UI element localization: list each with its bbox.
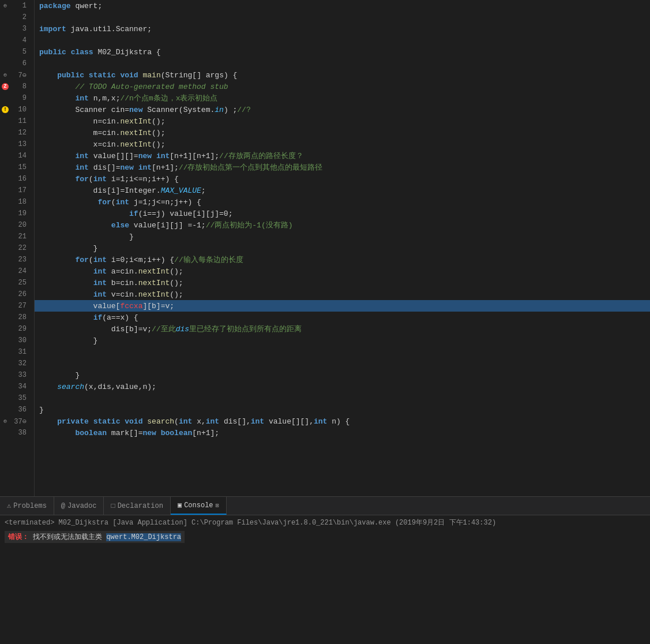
line-num-26: 26 — [10, 290, 31, 298]
code-line-34: search(x,dis,value,n); — [35, 381, 650, 392]
line-num-37: 37⊖ — [10, 417, 31, 426]
code-line-25: int b=cin.nextInt(); — [35, 277, 650, 289]
terminated-line: <terminated> M02_Dijkstra [Java Applicat… — [5, 518, 645, 527]
line-num-33: 33 — [10, 371, 31, 379]
line-num-9: 9 — [10, 94, 31, 102]
line-num-13: 13 — [10, 140, 31, 148]
line-num-7: 7⊖ — [10, 71, 31, 80]
fold-icon-1[interactable]: ⊕ — [3, 2, 7, 9]
error-highlight: qwert.M02_Dijkstra — [106, 533, 181, 541]
line-num-29: 29 — [10, 325, 31, 333]
warning-10: ! — [2, 106, 9, 113]
code-line-10: Scanner cin=new Scanner(System.in) ;//? — [35, 104, 650, 115]
code-line-20: else value[i][j] =-1;//两点初始为-1(没有路) — [35, 219, 650, 231]
code-view: ⊕1 2 3 4 5 6 ⊕7⊖ Z8 9 !10 11 12 13 14 15… — [0, 0, 650, 496]
code-line-2 — [35, 12, 650, 23]
code-line-28: if(a==x) { — [35, 312, 650, 323]
code-text-area[interactable]: package qwert; import java.util.Scanner;… — [35, 0, 650, 496]
line-num-36: 36 — [10, 406, 31, 414]
line-num-27: 27 — [10, 302, 31, 310]
declaration-icon: □ — [111, 502, 115, 510]
code-line-33: } — [35, 369, 650, 381]
line-num-28: 28 — [10, 313, 31, 321]
javadoc-icon: @ — [61, 502, 65, 510]
code-line-37: private static void search(int x,int dis… — [35, 415, 650, 427]
line-num-17: 17 — [10, 186, 31, 194]
error-text: 找不到或无法加载主类 — [33, 533, 106, 541]
code-line-4 — [35, 35, 650, 46]
error-label: 错误： — [8, 533, 29, 541]
line-num-34: 34 — [10, 383, 31, 391]
line-num-35: 35 — [10, 394, 31, 402]
code-line-19: if(i==j) value[i][j]=0; — [35, 208, 650, 219]
error-line: 错误： 找不到或无法加载主类 qwert.M02_Dijkstra — [5, 531, 185, 543]
line-num-15: 15 — [10, 163, 31, 171]
code-line-24: int a=cin.nextInt(); — [35, 265, 650, 277]
code-line-21: } — [35, 231, 650, 242]
code-line-26: int v=cin.nextInt(); — [35, 289, 650, 300]
line-num-10: 10 — [10, 106, 31, 114]
console-close-indicator: ⊠ — [216, 502, 219, 509]
code-line-32 — [35, 358, 650, 369]
code-line-23: for(int i=0;i<m;i++) {//输入每条边的长度 — [35, 254, 650, 265]
breakpoint-8[interactable]: Z — [2, 83, 9, 90]
code-line-5: public class M02_Dijkstra { — [35, 46, 650, 58]
code-line-18: for(int j=1;j<=n;j++) { — [35, 196, 650, 208]
line-gutter: ⊕1 2 3 4 5 6 ⊕7⊖ Z8 9 !10 11 12 13 14 15… — [0, 0, 35, 496]
line-num-4: 4 — [10, 36, 31, 44]
tab-javadoc[interactable]: @ Javadoc — [54, 497, 104, 515]
code-line-9: int n,m,x;//n个点m条边，x表示初始点 — [35, 92, 650, 104]
line-num-3: 3 — [10, 25, 31, 33]
line-num-5: 5 — [10, 48, 31, 56]
line-num-2: 2 — [10, 13, 31, 21]
console-content: <terminated> M02_Dijkstra [Java Applicat… — [0, 515, 650, 644]
tab-declaration-label: Declaration — [118, 502, 163, 510]
line-num-30: 30 — [10, 336, 31, 345]
code-line-17: dis[i]=Integer.MAX_VALUE; — [35, 185, 650, 196]
line-num-1: 1 — [10, 2, 31, 10]
tab-console[interactable]: ▣ Console ⊠ — [171, 497, 227, 515]
fold-icon-37[interactable]: ⊕ — [3, 418, 7, 425]
code-line-3: import java.util.Scanner; — [35, 23, 650, 35]
code-line-12: m=cin.nextInt(); — [35, 127, 650, 138]
code-line-7: public static void main(String[] args) { — [35, 69, 650, 81]
problems-icon: ⚠ — [7, 501, 11, 510]
tab-console-label: Console — [184, 501, 213, 510]
line-num-32: 32 — [10, 360, 31, 368]
line-num-24: 24 — [10, 267, 31, 275]
bottom-panel: ⚠ Problems @ Javadoc □ Declaration ▣ Con… — [0, 496, 650, 644]
code-line-31 — [35, 346, 650, 358]
code-line-1: package qwert; — [35, 0, 650, 12]
tab-declaration[interactable]: □ Declaration — [104, 497, 170, 515]
line-num-38: 38 — [10, 429, 31, 437]
fold-icon-7[interactable]: ⊕ — [3, 72, 7, 78]
code-line-38: boolean mark[]=new boolean[n+1]; — [35, 427, 650, 439]
tab-javadoc-label: Javadoc — [67, 502, 96, 510]
code-line-36: } — [35, 404, 650, 415]
tab-problems[interactable]: ⚠ Problems — [0, 497, 54, 515]
line-num-14: 14 — [10, 152, 31, 160]
code-line-16: for(int i=1;i<=n;i++) { — [35, 173, 650, 185]
line-num-12: 12 — [10, 129, 31, 137]
panel-tab-bar: ⚠ Problems @ Javadoc □ Declaration ▣ Con… — [0, 497, 650, 515]
code-line-14: int value[][]=new int[n+1][n+1];//存放两点的路… — [35, 150, 650, 162]
code-line-22: } — [35, 242, 650, 254]
editor-container: ⊕1 2 3 4 5 6 ⊕7⊖ Z8 9 !10 11 12 13 14 15… — [0, 0, 650, 496]
line-num-8: 8 — [10, 83, 31, 91]
line-num-16: 16 — [10, 175, 31, 183]
code-line-15: int dis[]=new int[n+1];//存放初始点第一个点到其他点的最… — [35, 162, 650, 173]
line-num-23: 23 — [10, 256, 31, 264]
code-line-27: value[fccxa][b]=v; — [35, 300, 650, 312]
line-num-18: 18 — [10, 198, 31, 206]
code-line-13: x=cin.nextInt(); — [35, 138, 650, 150]
line-num-22: 22 — [10, 244, 31, 252]
code-line-8: // TODO Auto-generated method stub — [35, 81, 650, 92]
code-line-11: n=cin.nextInt(); — [35, 115, 650, 127]
line-num-21: 21 — [10, 233, 31, 241]
tab-problems-label: Problems — [13, 502, 47, 510]
line-num-31: 31 — [10, 348, 31, 356]
code-line-35 — [35, 392, 650, 404]
code-line-6 — [35, 58, 650, 69]
code-line-30: } — [35, 335, 650, 346]
code-line-29: dis[b]=v;//至此dis里已经存了初始点到所有点的距离 — [35, 323, 650, 335]
